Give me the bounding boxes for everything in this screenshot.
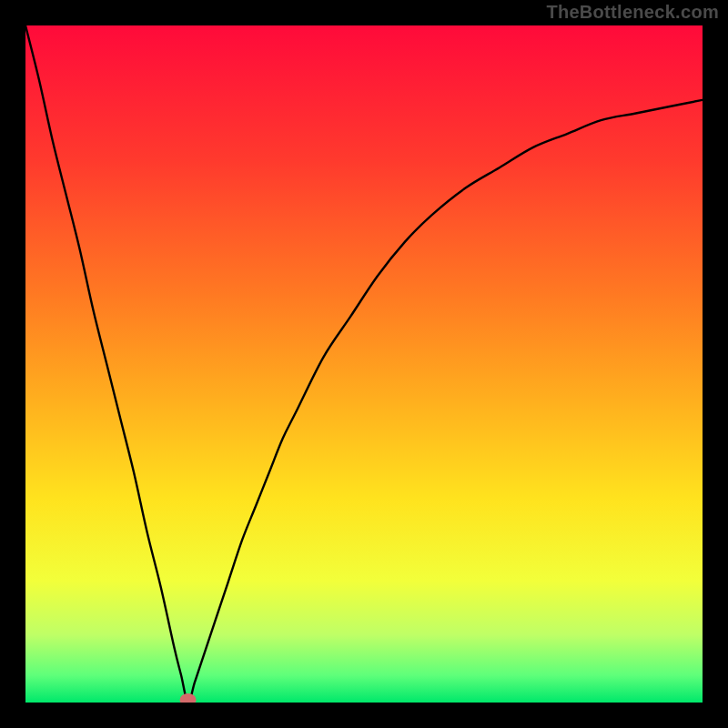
chart-frame: TheBottleneck.com <box>0 0 728 728</box>
plot-area <box>25 25 703 703</box>
watermark-label: TheBottleneck.com <box>546 2 719 23</box>
gradient-background <box>25 25 703 703</box>
bottleneck-chart <box>25 25 703 703</box>
